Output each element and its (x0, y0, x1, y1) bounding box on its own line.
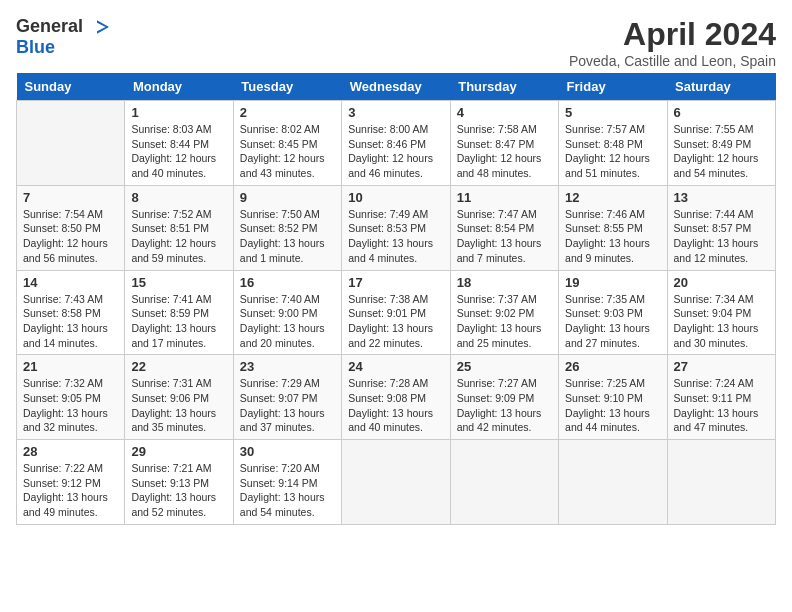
cell-day-number: 30 (240, 444, 335, 459)
calendar-body: 1 Sunrise: 8:03 AMSunset: 8:44 PMDayligh… (17, 101, 776, 525)
calendar-week-row: 1 Sunrise: 8:03 AMSunset: 8:44 PMDayligh… (17, 101, 776, 186)
cell-info: Sunrise: 7:43 AMSunset: 8:58 PMDaylight:… (23, 292, 118, 351)
calendar-cell: 18 Sunrise: 7:37 AMSunset: 9:02 PMDaylig… (450, 270, 558, 355)
calendar-cell: 9 Sunrise: 7:50 AMSunset: 8:52 PMDayligh… (233, 185, 341, 270)
cell-day-number: 26 (565, 359, 660, 374)
cell-info: Sunrise: 7:24 AMSunset: 9:11 PMDaylight:… (674, 376, 769, 435)
cell-day-number: 14 (23, 275, 118, 290)
cell-day-number: 12 (565, 190, 660, 205)
calendar-cell: 20 Sunrise: 7:34 AMSunset: 9:04 PMDaylig… (667, 270, 775, 355)
calendar-header-wednesday: Wednesday (342, 73, 450, 101)
calendar-cell (17, 101, 125, 186)
cell-day-number: 28 (23, 444, 118, 459)
calendar-header-saturday: Saturday (667, 73, 775, 101)
calendar-cell: 22 Sunrise: 7:31 AMSunset: 9:06 PMDaylig… (125, 355, 233, 440)
calendar-cell (559, 440, 667, 525)
cell-info: Sunrise: 7:49 AMSunset: 8:53 PMDaylight:… (348, 207, 443, 266)
cell-info: Sunrise: 7:54 AMSunset: 8:50 PMDaylight:… (23, 207, 118, 266)
cell-day-number: 1 (131, 105, 226, 120)
cell-info: Sunrise: 7:50 AMSunset: 8:52 PMDaylight:… (240, 207, 335, 266)
calendar-header-sunday: Sunday (17, 73, 125, 101)
calendar-week-row: 14 Sunrise: 7:43 AMSunset: 8:58 PMDaylig… (17, 270, 776, 355)
calendar-cell: 17 Sunrise: 7:38 AMSunset: 9:01 PMDaylig… (342, 270, 450, 355)
logo-general-text: General (16, 16, 83, 37)
cell-day-number: 5 (565, 105, 660, 120)
cell-info: Sunrise: 7:57 AMSunset: 8:48 PMDaylight:… (565, 122, 660, 181)
cell-day-number: 17 (348, 275, 443, 290)
location-subtitle: Poveda, Castille and Leon, Spain (569, 53, 776, 69)
cell-day-number: 19 (565, 275, 660, 290)
cell-day-number: 3 (348, 105, 443, 120)
calendar-header-monday: Monday (125, 73, 233, 101)
calendar-header-friday: Friday (559, 73, 667, 101)
calendar-cell: 7 Sunrise: 7:54 AMSunset: 8:50 PMDayligh… (17, 185, 125, 270)
calendar-cell: 24 Sunrise: 7:28 AMSunset: 9:08 PMDaylig… (342, 355, 450, 440)
cell-info: Sunrise: 7:38 AMSunset: 9:01 PMDaylight:… (348, 292, 443, 351)
cell-info: Sunrise: 7:35 AMSunset: 9:03 PMDaylight:… (565, 292, 660, 351)
cell-day-number: 21 (23, 359, 118, 374)
calendar-cell: 14 Sunrise: 7:43 AMSunset: 8:58 PMDaylig… (17, 270, 125, 355)
cell-info: Sunrise: 7:47 AMSunset: 8:54 PMDaylight:… (457, 207, 552, 266)
calendar-week-row: 28 Sunrise: 7:22 AMSunset: 9:12 PMDaylig… (17, 440, 776, 525)
cell-info: Sunrise: 7:37 AMSunset: 9:02 PMDaylight:… (457, 292, 552, 351)
calendar-header-thursday: Thursday (450, 73, 558, 101)
cell-info: Sunrise: 7:31 AMSunset: 9:06 PMDaylight:… (131, 376, 226, 435)
cell-day-number: 2 (240, 105, 335, 120)
cell-day-number: 20 (674, 275, 769, 290)
cell-info: Sunrise: 7:41 AMSunset: 8:59 PMDaylight:… (131, 292, 226, 351)
cell-info: Sunrise: 7:20 AMSunset: 9:14 PMDaylight:… (240, 461, 335, 520)
calendar-cell: 13 Sunrise: 7:44 AMSunset: 8:57 PMDaylig… (667, 185, 775, 270)
calendar-header-row: SundayMondayTuesdayWednesdayThursdayFrid… (17, 73, 776, 101)
calendar-cell: 6 Sunrise: 7:55 AMSunset: 8:49 PMDayligh… (667, 101, 775, 186)
calendar-cell: 10 Sunrise: 7:49 AMSunset: 8:53 PMDaylig… (342, 185, 450, 270)
logo-blue-text: Blue (16, 37, 55, 58)
cell-info: Sunrise: 7:46 AMSunset: 8:55 PMDaylight:… (565, 207, 660, 266)
calendar-cell: 1 Sunrise: 8:03 AMSunset: 8:44 PMDayligh… (125, 101, 233, 186)
cell-info: Sunrise: 7:21 AMSunset: 9:13 PMDaylight:… (131, 461, 226, 520)
cell-day-number: 8 (131, 190, 226, 205)
cell-info: Sunrise: 7:34 AMSunset: 9:04 PMDaylight:… (674, 292, 769, 351)
calendar-cell: 2 Sunrise: 8:02 AMSunset: 8:45 PMDayligh… (233, 101, 341, 186)
calendar-cell: 4 Sunrise: 7:58 AMSunset: 8:47 PMDayligh… (450, 101, 558, 186)
cell-info: Sunrise: 8:00 AMSunset: 8:46 PMDaylight:… (348, 122, 443, 181)
calendar-cell: 12 Sunrise: 7:46 AMSunset: 8:55 PMDaylig… (559, 185, 667, 270)
cell-day-number: 15 (131, 275, 226, 290)
cell-info: Sunrise: 8:02 AMSunset: 8:45 PMDaylight:… (240, 122, 335, 181)
cell-day-number: 25 (457, 359, 552, 374)
cell-day-number: 13 (674, 190, 769, 205)
cell-info: Sunrise: 7:40 AMSunset: 9:00 PMDaylight:… (240, 292, 335, 351)
calendar-week-row: 21 Sunrise: 7:32 AMSunset: 9:05 PMDaylig… (17, 355, 776, 440)
calendar-cell: 29 Sunrise: 7:21 AMSunset: 9:13 PMDaylig… (125, 440, 233, 525)
logo-flag-icon (85, 20, 109, 34)
cell-info: Sunrise: 7:28 AMSunset: 9:08 PMDaylight:… (348, 376, 443, 435)
cell-day-number: 22 (131, 359, 226, 374)
cell-info: Sunrise: 7:22 AMSunset: 9:12 PMDaylight:… (23, 461, 118, 520)
cell-day-number: 9 (240, 190, 335, 205)
calendar-cell: 16 Sunrise: 7:40 AMSunset: 9:00 PMDaylig… (233, 270, 341, 355)
calendar-cell: 28 Sunrise: 7:22 AMSunset: 9:12 PMDaylig… (17, 440, 125, 525)
calendar-cell: 15 Sunrise: 7:41 AMSunset: 8:59 PMDaylig… (125, 270, 233, 355)
header: General Blue April 2024 Poveda, Castille… (16, 16, 776, 69)
cell-info: Sunrise: 7:25 AMSunset: 9:10 PMDaylight:… (565, 376, 660, 435)
cell-info: Sunrise: 7:44 AMSunset: 8:57 PMDaylight:… (674, 207, 769, 266)
cell-info: Sunrise: 8:03 AMSunset: 8:44 PMDaylight:… (131, 122, 226, 181)
calendar-cell: 11 Sunrise: 7:47 AMSunset: 8:54 PMDaylig… (450, 185, 558, 270)
calendar-cell: 26 Sunrise: 7:25 AMSunset: 9:10 PMDaylig… (559, 355, 667, 440)
cell-day-number: 23 (240, 359, 335, 374)
cell-day-number: 6 (674, 105, 769, 120)
calendar-cell: 27 Sunrise: 7:24 AMSunset: 9:11 PMDaylig… (667, 355, 775, 440)
logo: General Blue (16, 16, 109, 58)
cell-day-number: 10 (348, 190, 443, 205)
calendar-cell (342, 440, 450, 525)
cell-day-number: 11 (457, 190, 552, 205)
calendar-header-tuesday: Tuesday (233, 73, 341, 101)
calendar-cell: 23 Sunrise: 7:29 AMSunset: 9:07 PMDaylig… (233, 355, 341, 440)
cell-info: Sunrise: 7:58 AMSunset: 8:47 PMDaylight:… (457, 122, 552, 181)
title-area: April 2024 Poveda, Castille and Leon, Sp… (569, 16, 776, 69)
calendar-cell: 30 Sunrise: 7:20 AMSunset: 9:14 PMDaylig… (233, 440, 341, 525)
calendar-cell (667, 440, 775, 525)
calendar-cell: 25 Sunrise: 7:27 AMSunset: 9:09 PMDaylig… (450, 355, 558, 440)
calendar-cell: 5 Sunrise: 7:57 AMSunset: 8:48 PMDayligh… (559, 101, 667, 186)
cell-info: Sunrise: 7:55 AMSunset: 8:49 PMDaylight:… (674, 122, 769, 181)
cell-info: Sunrise: 7:32 AMSunset: 9:05 PMDaylight:… (23, 376, 118, 435)
